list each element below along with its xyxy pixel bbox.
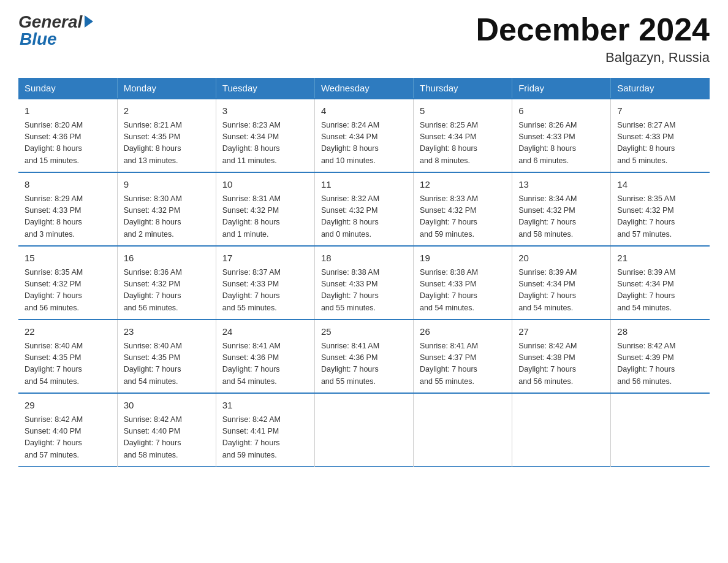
day-info: Sunrise: 8:39 AM Sunset: 4:34 PM Dayligh…	[617, 267, 703, 315]
month-title: December 2024	[476, 12, 710, 47]
calendar-day-20: 20Sunrise: 8:39 AM Sunset: 4:34 PM Dayli…	[512, 246, 611, 320]
day-info: Sunrise: 8:27 AM Sunset: 4:33 PM Dayligh…	[617, 120, 703, 167]
day-number: 17	[222, 251, 308, 266]
location-text: Balgazyn, Russia	[476, 50, 710, 66]
calendar-week-3: 15Sunrise: 8:35 AM Sunset: 4:32 PM Dayli…	[18, 246, 710, 320]
calendar-day-10: 10Sunrise: 8:31 AM Sunset: 4:32 PM Dayli…	[216, 172, 314, 246]
day-number: 14	[617, 178, 703, 192]
day-info: Sunrise: 8:33 AM Sunset: 4:32 PM Dayligh…	[420, 193, 506, 241]
day-info: Sunrise: 8:40 AM Sunset: 4:35 PM Dayligh…	[124, 340, 210, 388]
day-number: 15	[25, 251, 111, 266]
day-number: 12	[420, 178, 506, 192]
logo: General Blue	[18, 12, 93, 49]
calendar-day-17: 17Sunrise: 8:37 AM Sunset: 4:33 PM Dayli…	[216, 246, 314, 320]
col-header-monday: Monday	[117, 78, 216, 99]
day-info: Sunrise: 8:40 AM Sunset: 4:35 PM Dayligh…	[25, 340, 111, 388]
day-number: 6	[518, 104, 604, 118]
day-number: 27	[518, 325, 604, 339]
day-info: Sunrise: 8:31 AM Sunset: 4:32 PM Dayligh…	[222, 193, 308, 241]
day-info: Sunrise: 8:35 AM Sunset: 4:32 PM Dayligh…	[617, 193, 703, 241]
day-info: Sunrise: 8:26 AM Sunset: 4:33 PM Dayligh…	[518, 120, 604, 167]
day-info: Sunrise: 8:34 AM Sunset: 4:32 PM Dayligh…	[518, 193, 604, 241]
day-number: 11	[321, 178, 407, 192]
col-header-wednesday: Wednesday	[314, 78, 413, 99]
day-number: 19	[420, 251, 506, 266]
day-info: Sunrise: 8:38 AM Sunset: 4:33 PM Dayligh…	[321, 267, 407, 315]
title-block: December 2024 Balgazyn, Russia	[476, 12, 710, 66]
day-info: Sunrise: 8:38 AM Sunset: 4:33 PM Dayligh…	[420, 267, 506, 315]
day-info: Sunrise: 8:42 AM Sunset: 4:38 PM Dayligh…	[518, 340, 604, 388]
day-info: Sunrise: 8:41 AM Sunset: 4:36 PM Dayligh…	[321, 340, 407, 388]
calendar-day-1: 1Sunrise: 8:20 AM Sunset: 4:36 PM Daylig…	[18, 99, 117, 172]
calendar-week-5: 29Sunrise: 8:42 AM Sunset: 4:40 PM Dayli…	[18, 393, 710, 467]
day-number: 26	[420, 325, 506, 339]
day-number: 24	[222, 325, 308, 339]
day-info: Sunrise: 8:21 AM Sunset: 4:35 PM Dayligh…	[124, 120, 210, 167]
calendar-day-21: 21Sunrise: 8:39 AM Sunset: 4:34 PM Dayli…	[611, 246, 710, 320]
day-number: 29	[25, 399, 111, 413]
col-header-tuesday: Tuesday	[216, 78, 314, 99]
day-number: 4	[321, 104, 407, 118]
calendar-week-1: 1Sunrise: 8:20 AM Sunset: 4:36 PM Daylig…	[18, 99, 710, 172]
calendar-day-23: 23Sunrise: 8:40 AM Sunset: 4:35 PM Dayli…	[117, 320, 216, 393]
calendar-day-31: 31Sunrise: 8:42 AM Sunset: 4:41 PM Dayli…	[216, 393, 314, 467]
day-number: 25	[321, 325, 407, 339]
day-number: 16	[124, 251, 210, 266]
calendar-day-2: 2Sunrise: 8:21 AM Sunset: 4:35 PM Daylig…	[117, 99, 216, 172]
day-number: 8	[25, 178, 111, 192]
day-number: 1	[25, 104, 111, 118]
day-info: Sunrise: 8:23 AM Sunset: 4:34 PM Dayligh…	[222, 120, 308, 167]
col-header-saturday: Saturday	[611, 78, 710, 99]
calendar-day-19: 19Sunrise: 8:38 AM Sunset: 4:33 PM Dayli…	[414, 246, 512, 320]
day-number: 31	[222, 399, 308, 413]
calendar-day-4: 4Sunrise: 8:24 AM Sunset: 4:34 PM Daylig…	[314, 99, 413, 172]
col-header-thursday: Thursday	[414, 78, 512, 99]
col-header-sunday: Sunday	[18, 78, 117, 99]
calendar-day-27: 27Sunrise: 8:42 AM Sunset: 4:38 PM Dayli…	[512, 320, 611, 393]
day-info: Sunrise: 8:42 AM Sunset: 4:40 PM Dayligh…	[124, 414, 210, 462]
logo-triangle-icon	[85, 15, 93, 28]
calendar-day-14: 14Sunrise: 8:35 AM Sunset: 4:32 PM Dayli…	[611, 172, 710, 246]
logo-blue-text: Blue	[20, 29, 57, 49]
day-info: Sunrise: 8:41 AM Sunset: 4:37 PM Dayligh…	[420, 340, 506, 388]
day-number: 18	[321, 251, 407, 266]
day-info: Sunrise: 8:35 AM Sunset: 4:32 PM Dayligh…	[25, 267, 111, 315]
calendar-day-22: 22Sunrise: 8:40 AM Sunset: 4:35 PM Dayli…	[18, 320, 117, 393]
day-number: 2	[124, 104, 210, 118]
calendar-week-2: 8Sunrise: 8:29 AM Sunset: 4:33 PM Daylig…	[18, 172, 710, 246]
day-info: Sunrise: 8:36 AM Sunset: 4:32 PM Dayligh…	[124, 267, 210, 315]
empty-cell	[512, 393, 611, 467]
calendar-day-28: 28Sunrise: 8:42 AM Sunset: 4:39 PM Dayli…	[611, 320, 710, 393]
calendar-day-5: 5Sunrise: 8:25 AM Sunset: 4:34 PM Daylig…	[414, 99, 512, 172]
day-info: Sunrise: 8:37 AM Sunset: 4:33 PM Dayligh…	[222, 267, 308, 315]
empty-cell	[414, 393, 512, 467]
day-info: Sunrise: 8:30 AM Sunset: 4:32 PM Dayligh…	[124, 193, 210, 241]
calendar-day-25: 25Sunrise: 8:41 AM Sunset: 4:36 PM Dayli…	[314, 320, 413, 393]
day-info: Sunrise: 8:42 AM Sunset: 4:39 PM Dayligh…	[617, 340, 703, 388]
day-info: Sunrise: 8:20 AM Sunset: 4:36 PM Dayligh…	[25, 120, 111, 167]
calendar-day-18: 18Sunrise: 8:38 AM Sunset: 4:33 PM Dayli…	[314, 246, 413, 320]
day-number: 30	[124, 399, 210, 413]
calendar-week-4: 22Sunrise: 8:40 AM Sunset: 4:35 PM Dayli…	[18, 320, 710, 393]
calendar-day-11: 11Sunrise: 8:32 AM Sunset: 4:32 PM Dayli…	[314, 172, 413, 246]
day-number: 23	[124, 325, 210, 339]
day-number: 22	[25, 325, 111, 339]
day-info: Sunrise: 8:25 AM Sunset: 4:34 PM Dayligh…	[420, 120, 506, 167]
calendar-day-15: 15Sunrise: 8:35 AM Sunset: 4:32 PM Dayli…	[18, 246, 117, 320]
calendar-day-8: 8Sunrise: 8:29 AM Sunset: 4:33 PM Daylig…	[18, 172, 117, 246]
day-info: Sunrise: 8:32 AM Sunset: 4:32 PM Dayligh…	[321, 193, 407, 241]
calendar-day-24: 24Sunrise: 8:41 AM Sunset: 4:36 PM Dayli…	[216, 320, 314, 393]
day-number: 5	[420, 104, 506, 118]
day-info: Sunrise: 8:29 AM Sunset: 4:33 PM Dayligh…	[25, 193, 111, 241]
calendar-day-6: 6Sunrise: 8:26 AM Sunset: 4:33 PM Daylig…	[512, 99, 611, 172]
day-info: Sunrise: 8:41 AM Sunset: 4:36 PM Dayligh…	[222, 340, 308, 388]
page-header: General Blue December 2024 Balgazyn, Rus…	[18, 12, 710, 66]
empty-cell	[314, 393, 413, 467]
day-info: Sunrise: 8:42 AM Sunset: 4:40 PM Dayligh…	[25, 414, 111, 462]
day-number: 9	[124, 178, 210, 192]
day-number: 13	[518, 178, 604, 192]
calendar-header-row: SundayMondayTuesdayWednesdayThursdayFrid…	[18, 78, 710, 99]
day-number: 20	[518, 251, 604, 266]
empty-cell	[611, 393, 710, 467]
calendar-day-13: 13Sunrise: 8:34 AM Sunset: 4:32 PM Dayli…	[512, 172, 611, 246]
